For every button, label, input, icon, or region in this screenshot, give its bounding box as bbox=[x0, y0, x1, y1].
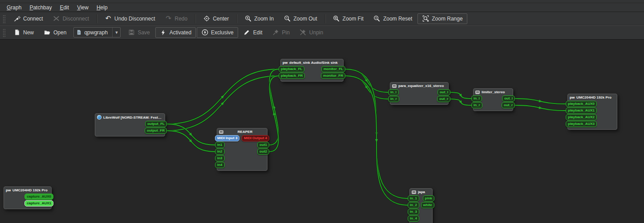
port-reaper-MIDI_Output_4[interactable]: MIDI Output 4 bbox=[242, 135, 269, 141]
new-button[interactable]: New bbox=[9, 27, 38, 38]
node-umc_left[interactable]: pwUMC204HD 192k Procapture_AUX0capture_A… bbox=[4, 186, 52, 209]
edit-button[interactable]: Edit bbox=[239, 27, 267, 38]
node-reaper[interactable]: REAPERMIDI Input 3in1in2in3in4MIDI Outpu… bbox=[217, 128, 267, 171]
zoom-fit-button[interactable]: Zoom Fit bbox=[328, 13, 368, 24]
port-japa-white[interactable]: white bbox=[421, 202, 434, 208]
menu-graph[interactable]: Graph bbox=[3, 4, 25, 11]
save-icon bbox=[128, 29, 135, 36]
toolbar-drag-handle[interactable] bbox=[3, 28, 6, 37]
wire-default_sink-monitor_FR-to-para_eq-in_r bbox=[345, 76, 388, 99]
port-default_sink-playback_FL[interactable]: playback_FL bbox=[279, 66, 304, 72]
menu-patchbay[interactable]: Patchbay bbox=[25, 4, 56, 11]
exclusive-toggle[interactable]: Exclusive bbox=[197, 27, 238, 38]
port-limiter-out_r[interactable]: out_r bbox=[502, 102, 515, 108]
port-reaper-MIDI_Input_3[interactable]: MIDI Input 3 bbox=[215, 135, 239, 141]
activated-toggle[interactable]: Activated bbox=[155, 27, 196, 38]
wire-reaper-out2-to-default_sink-playback_FR bbox=[269, 76, 279, 152]
wire-arrow bbox=[539, 99, 542, 102]
wire-arrow bbox=[365, 86, 368, 89]
zoom-out-button[interactable]: Zoom Out bbox=[279, 13, 321, 24]
disconnect-button[interactable]: Disconnect bbox=[49, 13, 93, 24]
port-reaper-in3[interactable]: in3 bbox=[215, 155, 225, 161]
port-para_eq-in_l[interactable]: in_l bbox=[388, 89, 399, 95]
wire-limiter-out_r-to-umc_right-playback_AUX1 bbox=[515, 105, 566, 111]
activated-label: Activated bbox=[170, 29, 191, 36]
wire-arrow bbox=[189, 132, 192, 136]
node-limiter[interactable]: limiter_stereoin_lin_rout_lout_r bbox=[473, 88, 513, 111]
zoom-reset-icon bbox=[373, 15, 381, 22]
port-reaper-in2[interactable]: in2 bbox=[215, 149, 225, 155]
zoom-range-label: Zoom Range bbox=[432, 16, 462, 22]
port-japa-in_4[interactable]: in_4 bbox=[408, 215, 419, 222]
wire-para_eq-out_r-to-limiter-in_r bbox=[450, 99, 471, 105]
port-umc_left-capture_AUX1[interactable]: capture_AUX1 bbox=[24, 200, 53, 206]
connect-label: Connect bbox=[23, 16, 43, 22]
port-umc_right-playback_AUX2[interactable]: playback_AUX2 bbox=[566, 114, 597, 120]
wire-arrow bbox=[273, 112, 275, 116]
connect-button[interactable]: Connect bbox=[9, 13, 48, 24]
patchbay-profile-combobox[interactable]: qpwgraph ▼ bbox=[73, 27, 121, 37]
combo-dropdown-arrow[interactable]: ▼ bbox=[112, 28, 120, 37]
port-japa-in_2[interactable]: in_2 bbox=[408, 202, 419, 208]
wire-arrow bbox=[375, 139, 378, 143]
zoom-fit-icon bbox=[333, 15, 340, 22]
node-librewolf[interactable]: LibreWolf [NORD-STREAM: Festn...output_F… bbox=[95, 113, 165, 136]
port-japa-in_1[interactable]: in_1 bbox=[408, 195, 419, 202]
port-reaper-out2[interactable]: out2 bbox=[257, 149, 269, 155]
node-umc_right[interactable]: pwUMC204HD 192k Proplayback_AUX0playback… bbox=[567, 94, 617, 130]
redo-button[interactable]: ↷ Redo bbox=[160, 13, 192, 24]
undo-icon: ↶ bbox=[105, 15, 112, 22]
wire-default_sink-monitor_FR-to-para_eq-in_r bbox=[345, 76, 388, 99]
port-umc_left-capture_AUX0[interactable]: capture_AUX0 bbox=[24, 194, 53, 200]
pin-icon bbox=[272, 29, 279, 36]
node-default_sink[interactable]: pwdefault_sink Audio/Sink sinkplayback_F… bbox=[280, 59, 344, 82]
port-limiter-in_r[interactable]: in_r bbox=[471, 102, 482, 108]
unpin-button[interactable]: Unpin bbox=[295, 27, 328, 38]
port-japa-in_3[interactable]: in_3 bbox=[408, 209, 419, 215]
undo-disconnect-button[interactable]: ↶ Undo Disconnect bbox=[100, 13, 159, 24]
open-folder-icon bbox=[44, 29, 51, 36]
port-default_sink-playback_FR[interactable]: playback_FR bbox=[279, 73, 305, 79]
menu-edit[interactable]: Edit bbox=[56, 4, 73, 11]
wire-arrow bbox=[539, 106, 542, 109]
port-reaper-in4[interactable]: in4 bbox=[215, 162, 225, 168]
node-title: limiter_stereo bbox=[482, 90, 510, 94]
menu-help[interactable]: Help bbox=[93, 4, 112, 11]
port-umc_right-playback_AUX1[interactable]: playback_AUX1 bbox=[566, 107, 597, 114]
node-title: para_equalizer_x16_stereo bbox=[398, 84, 446, 88]
zoom-in-button[interactable]: Zoom In bbox=[240, 13, 278, 24]
port-librewolf-output_FR[interactable]: output_FR bbox=[145, 128, 167, 134]
toolbar-drag-handle[interactable] bbox=[3, 14, 6, 23]
node-japa[interactable]: japain_1in_2in_3in_4pinkwhite bbox=[409, 188, 433, 223]
open-button[interactable]: Open bbox=[39, 27, 71, 38]
port-reaper-in1[interactable]: in1 bbox=[215, 142, 225, 148]
zoom-range-button[interactable]: Zoom Range bbox=[417, 13, 467, 24]
menu-view[interactable]: View bbox=[73, 4, 93, 11]
port-para_eq-out_r[interactable]: out_r bbox=[437, 96, 450, 102]
port-limiter-out_l[interactable]: out_l bbox=[502, 95, 515, 102]
graph-canvas[interactable]: pwdefault_sink Audio/Sink sinkplayback_F… bbox=[0, 40, 644, 223]
node-para_eq[interactable]: para_equalizer_x16_stereoin_lin_rout_lou… bbox=[390, 82, 449, 105]
wire-limiter-out_r-to-umc_right-playback_AUX1 bbox=[515, 105, 566, 111]
port-limiter-in_l[interactable]: in_l bbox=[471, 95, 482, 102]
app-icon bbox=[475, 91, 480, 94]
center-button[interactable]: Center bbox=[198, 13, 233, 24]
port-umc_right-playback_AUX3[interactable]: playback_AUX3 bbox=[566, 121, 597, 127]
new-file-icon bbox=[13, 29, 20, 36]
port-para_eq-in_r[interactable]: in_r bbox=[388, 96, 399, 102]
port-default_sink-monitor_FL[interactable]: monitor_FL bbox=[321, 66, 345, 72]
zoom-reset-button[interactable]: Zoom Reset bbox=[369, 13, 417, 24]
port-japa-pink[interactable]: pink bbox=[423, 195, 434, 202]
wire-para_eq-out_r-to-limiter-in_r bbox=[450, 99, 471, 105]
app-icon bbox=[392, 84, 397, 88]
save-button[interactable]: Save bbox=[123, 27, 154, 38]
wire-librewolf-output_FL-to-reaper-in1 bbox=[167, 124, 215, 145]
port-umc_right-playback_AUX0[interactable]: playback_AUX0 bbox=[566, 101, 597, 107]
wire-arrow bbox=[365, 79, 368, 83]
wire-arrow bbox=[459, 100, 462, 104]
port-default_sink-monitor_FR[interactable]: monitor_FR bbox=[321, 73, 345, 79]
port-librewolf-output_FL[interactable]: output_FL bbox=[145, 121, 167, 127]
port-para_eq-out_l[interactable]: out_l bbox=[437, 89, 450, 95]
pin-button[interactable]: Pin bbox=[267, 27, 294, 38]
port-reaper-out1[interactable]: out1 bbox=[257, 142, 269, 148]
